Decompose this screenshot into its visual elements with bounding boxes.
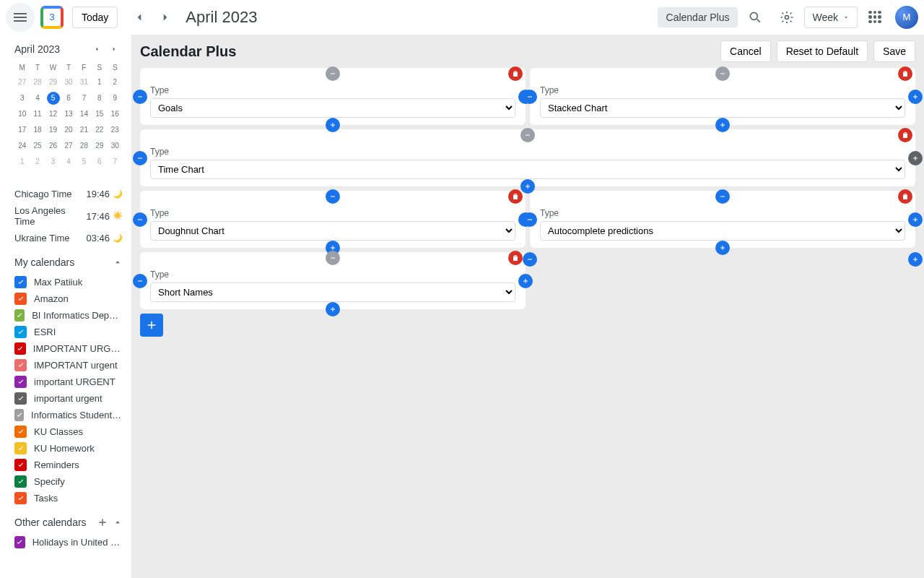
- mini-day[interactable]: 9: [108, 90, 123, 106]
- add-right-button[interactable]: [908, 90, 923, 104]
- view-selector[interactable]: Week: [804, 7, 858, 28]
- collapse-button[interactable]: [326, 66, 340, 81]
- calendar-checkbox[interactable]: [14, 492, 27, 504]
- calendar-checkbox[interactable]: [14, 293, 27, 305]
- add-right-button[interactable]: [908, 151, 923, 165]
- mini-day[interactable]: 3: [45, 154, 61, 170]
- next-period-button[interactable]: [154, 6, 177, 29]
- mini-day[interactable]: 5: [45, 90, 61, 106]
- calendar-checkbox[interactable]: [14, 426, 27, 438]
- collapse-button[interactable]: [326, 251, 340, 265]
- type-select[interactable]: Stacked Chart: [540, 98, 905, 118]
- calendar-item[interactable]: Reminders: [14, 457, 123, 473]
- mini-day[interactable]: 27: [61, 138, 76, 154]
- calendar-item[interactable]: Tasks: [14, 490, 123, 506]
- collapse-button[interactable]: [715, 66, 730, 81]
- delete-button[interactable]: [508, 66, 523, 81]
- mini-day[interactable]: 1: [14, 154, 30, 170]
- mini-day[interactable]: 30: [61, 74, 76, 90]
- mini-day[interactable]: 4: [30, 90, 45, 106]
- calendar-item[interactable]: Amazon: [14, 290, 123, 307]
- mini-day[interactable]: 26: [45, 138, 61, 154]
- collapse-button[interactable]: [715, 189, 730, 204]
- mini-next-button[interactable]: [105, 40, 123, 58]
- calendar-checkbox[interactable]: [14, 376, 27, 388]
- mini-day[interactable]: 14: [77, 106, 92, 122]
- calendar-checkbox[interactable]: [14, 536, 25, 548]
- mini-day[interactable]: 19: [45, 122, 61, 138]
- calendar-item[interactable]: BI Informatics Department: [14, 307, 123, 324]
- mini-day[interactable]: 18: [30, 122, 45, 138]
- remove-left-button[interactable]: [133, 274, 147, 288]
- mini-day[interactable]: 23: [108, 122, 123, 138]
- mini-day[interactable]: 7: [108, 154, 123, 170]
- cancel-button[interactable]: Cancel: [720, 40, 771, 62]
- mini-day[interactable]: 12: [45, 106, 61, 122]
- search-button[interactable]: [741, 3, 770, 32]
- add-below-button[interactable]: [715, 241, 730, 255]
- remove-left-button[interactable]: [133, 151, 147, 165]
- add-row-button[interactable]: [140, 314, 163, 337]
- mini-day[interactable]: 4: [61, 154, 76, 170]
- add-below-button[interactable]: [715, 118, 730, 132]
- calendar-checkbox[interactable]: [14, 475, 27, 488]
- calendar-item[interactable]: Max Patiiuk: [14, 274, 123, 290]
- account-avatar[interactable]: M: [895, 6, 918, 29]
- mini-day[interactable]: 11: [30, 106, 45, 122]
- calendar-checkbox[interactable]: [14, 326, 27, 338]
- mini-day[interactable]: 22: [92, 122, 107, 138]
- my-calendars-header[interactable]: My calendars: [14, 256, 123, 268]
- main-menu-button[interactable]: [6, 3, 35, 32]
- type-select[interactable]: Time Chart: [150, 160, 905, 179]
- collapse-button[interactable]: [520, 128, 535, 142]
- delete-button[interactable]: [898, 189, 912, 204]
- mini-day[interactable]: 6: [61, 90, 76, 106]
- calendar-item[interactable]: important urgent: [14, 390, 123, 407]
- mini-day[interactable]: 29: [92, 138, 107, 154]
- remove-left-button[interactable]: [523, 252, 537, 267]
- prev-period-button[interactable]: [128, 6, 151, 29]
- remove-left-button[interactable]: [523, 90, 537, 104]
- mini-day[interactable]: 24: [14, 138, 30, 154]
- calendar-checkbox[interactable]: [14, 276, 27, 288]
- type-select[interactable]: Autocomplete predictions: [540, 221, 905, 241]
- calendar-item[interactable]: Specify: [14, 473, 123, 490]
- mini-day[interactable]: 21: [77, 122, 92, 138]
- calendar-item[interactable]: important URGENT: [14, 374, 123, 390]
- mini-prev-button[interactable]: [88, 40, 105, 58]
- mini-day[interactable]: 31: [77, 74, 92, 90]
- calendar-item[interactable]: KU Classes: [14, 423, 123, 440]
- remove-left-button[interactable]: [523, 212, 537, 227]
- mini-day[interactable]: 6: [92, 154, 107, 170]
- mini-day[interactable]: 1: [92, 74, 107, 90]
- other-calendars-header[interactable]: Other calendars: [14, 517, 123, 528]
- mini-day[interactable]: 13: [61, 106, 76, 122]
- calendar-checkbox[interactable]: [14, 459, 27, 471]
- mini-day[interactable]: 28: [77, 138, 92, 154]
- calendar-checkbox[interactable]: [14, 442, 27, 454]
- calendar-checkbox[interactable]: [14, 342, 26, 355]
- calendar-checkbox[interactable]: [14, 392, 27, 405]
- mini-day[interactable]: 7: [77, 90, 92, 106]
- mini-day[interactable]: 30: [108, 138, 123, 154]
- mini-day[interactable]: 28: [30, 74, 45, 90]
- mini-day[interactable]: 2: [108, 74, 123, 90]
- mini-day[interactable]: 3: [14, 90, 30, 106]
- add-below-button[interactable]: [520, 179, 535, 194]
- mini-day[interactable]: 20: [61, 122, 76, 138]
- remove-left-button[interactable]: [133, 90, 147, 104]
- mini-day[interactable]: 5: [77, 154, 92, 170]
- mini-day[interactable]: 17: [14, 122, 30, 138]
- type-select[interactable]: Doughnut Chart: [150, 221, 515, 241]
- plus-icon[interactable]: [97, 517, 108, 528]
- calendar-item[interactable]: IMPORTANT URGENT: [14, 340, 123, 357]
- today-button[interactable]: Today: [72, 7, 118, 28]
- add-right-button[interactable]: [908, 252, 923, 267]
- add-below-button[interactable]: [326, 302, 340, 316]
- calendar-checkbox[interactable]: [14, 309, 25, 322]
- calendar-item[interactable]: Holidays in United States: [14, 534, 123, 551]
- mini-day[interactable]: 2: [30, 154, 45, 170]
- reset-button[interactable]: Reset to Default: [777, 40, 868, 62]
- apps-button[interactable]: [860, 3, 889, 32]
- calendar-checkbox[interactable]: [14, 409, 24, 421]
